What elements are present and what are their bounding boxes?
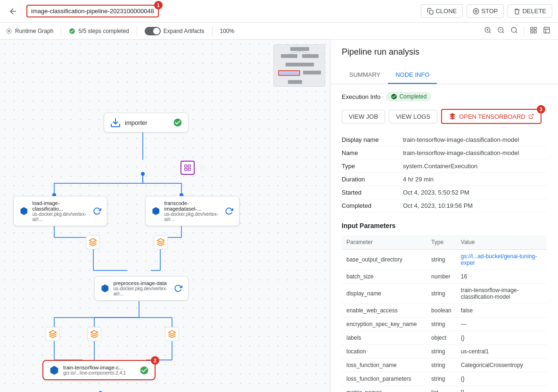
- param-value-cell: {}: [456, 331, 547, 345]
- param-value-cell: []: [456, 386, 547, 392]
- expand-artifacts-switch[interactable]: [145, 27, 161, 35]
- param-value-cell: CategoricalCrossentropy: [456, 359, 547, 372]
- param-value-cell[interactable]: gs://l...ad-bucket/genai-tuning-exper: [456, 250, 547, 270]
- svg-line-12: [516, 32, 517, 33]
- svg-marker-62: [90, 239, 97, 243]
- svg-rect-49: [302, 54, 319, 58]
- param-name-cell: display_name: [342, 284, 427, 304]
- clone-button[interactable]: CLONE: [421, 4, 463, 18]
- transform-icon-5[interactable]: [165, 327, 179, 341]
- type-value: system.ContainerExecution: [403, 163, 477, 170]
- load-image-node[interactable]: load-image-classificatio... us-docker.pk…: [13, 196, 107, 226]
- status-completed-badge: Completed: [386, 92, 431, 101]
- started-label: Started: [342, 189, 403, 196]
- tensorboard-label: OPEN TENSORBOARD: [459, 113, 525, 120]
- transform-icon-2-svg: [156, 238, 165, 246]
- delete-button[interactable]: DELETE: [508, 4, 552, 18]
- expand-artifacts-toggle[interactable]: Expand Artifacts: [145, 27, 205, 35]
- grid-connector-node[interactable]: [181, 161, 195, 175]
- svg-rect-0: [430, 10, 434, 14]
- importer-check-icon: [173, 118, 182, 127]
- tensorboard-icon: [449, 113, 456, 120]
- table-row: labelsobject{}: [342, 331, 547, 345]
- main-content: importer load-image-classificatio... us-…: [0, 40, 558, 392]
- zoom-reset-button[interactable]: [509, 25, 520, 36]
- svg-rect-58: [185, 165, 187, 167]
- param-type-cell: list: [427, 386, 456, 392]
- train-node[interactable]: train-tensorflow-image-c... gcr.io/...li…: [42, 360, 156, 380]
- tab-summary[interactable]: SUMMARY: [342, 66, 388, 84]
- param-name-cell: loss_function_parameters: [342, 372, 427, 386]
- table-row: loss_function_namestringCategoricalCross…: [342, 359, 547, 372]
- table-row: enable_web_accessbooleanfalse: [342, 304, 547, 318]
- display-name-value: train-tensorflow-image-classification-mo…: [403, 136, 519, 143]
- table-row: encryption_spec_key_namestring—: [342, 318, 547, 331]
- svg-line-9: [502, 32, 504, 33]
- tabs-container: SUMMARY NODE INFO: [330, 66, 558, 84]
- header: image-classification-pipeline-2023100000…: [0, 0, 558, 23]
- badge-1: 1: [154, 1, 163, 9]
- badge-2: 2: [151, 356, 159, 365]
- panel-content: Execution Info Completed VIEW JOB VIEW L…: [330, 84, 558, 392]
- param-type-cell: string: [427, 345, 456, 359]
- toolbar-divider-1: [61, 26, 61, 36]
- grid-view-icon: [530, 26, 537, 34]
- info-row-type: Type system.ContainerExecution: [342, 160, 547, 173]
- param-name-cell: metric_names: [342, 386, 427, 392]
- param-col-header: Parameter: [342, 235, 427, 250]
- transform-icon-2[interactable]: [154, 235, 168, 249]
- cube-icon-load: [19, 206, 29, 216]
- zoom-out-button[interactable]: [495, 25, 507, 36]
- transform-icon-4[interactable]: [87, 327, 101, 341]
- svg-rect-61: [185, 168, 187, 171]
- train-node-title: train-tensorflow-image-c...: [63, 365, 126, 370]
- transcode-node[interactable]: transcode-imagedataset-... us-docker.pkg…: [145, 196, 239, 226]
- back-button[interactable]: [6, 4, 21, 19]
- zoom-out-icon: [497, 26, 505, 34]
- cube-icon-preprocess: [100, 283, 110, 294]
- param-value-cell: false: [456, 304, 547, 318]
- svg-rect-52: [303, 71, 321, 74]
- transform-icon-1-svg: [89, 238, 97, 246]
- transform-icon-3[interactable]: [46, 327, 60, 341]
- toolbar: Runtime Graph 5/5 steps completed Expand…: [0, 23, 558, 40]
- header-actions: CLONE STOP DELETE: [421, 4, 552, 18]
- param-link[interactable]: gs://l...ad-bucket/genai-tuning-exper: [461, 253, 537, 266]
- badge-3: 3: [537, 105, 545, 114]
- download-icon: [110, 117, 121, 128]
- clone-icon: [427, 8, 434, 15]
- external-link-icon: [528, 114, 534, 119]
- svg-rect-17: [544, 27, 550, 33]
- svg-rect-47: [290, 47, 309, 51]
- svg-marker-63: [157, 239, 164, 243]
- table-row: base_output_directorystringgs://l...ad-b…: [342, 250, 547, 270]
- tab-node-info[interactable]: NODE INFO: [388, 66, 437, 84]
- svg-point-42: [141, 172, 145, 176]
- load-image-node-text: load-image-classificatio... us-docker.pk…: [33, 200, 90, 222]
- layout-button[interactable]: [541, 25, 552, 36]
- graph-panel[interactable]: importer load-image-classificatio... us-…: [0, 40, 330, 392]
- grid-view-button[interactable]: [528, 25, 539, 36]
- stop-icon: [473, 8, 479, 15]
- svg-line-68: [531, 114, 533, 117]
- minimap: [273, 44, 325, 87]
- param-name-cell: enable_web_access: [342, 304, 427, 318]
- transform-icon-1[interactable]: [86, 235, 100, 249]
- preprocess-node[interactable]: preprocess-image-data us-docker.pkg.dev/…: [94, 276, 189, 301]
- steps-completed: 5/5 steps completed: [69, 28, 129, 34]
- zoom-in-button[interactable]: [482, 25, 493, 36]
- input-params-title: Input Parameters: [342, 222, 547, 229]
- toggle-knob: [153, 28, 160, 34]
- info-table: Display name train-tensorflow-image-clas…: [342, 133, 547, 212]
- svg-marker-65: [91, 331, 98, 335]
- stop-button[interactable]: STOP: [467, 4, 504, 18]
- runtime-graph-toggle[interactable]: Runtime Graph: [6, 28, 53, 34]
- param-name-cell: labels: [342, 331, 427, 345]
- open-tensorboard-button[interactable]: OPEN TENSORBOARD 3: [441, 109, 542, 124]
- importer-node[interactable]: importer: [104, 113, 189, 132]
- pipeline-title: image-classification-pipeline-2023100000…: [31, 8, 154, 15]
- transcode-node-text: transcode-imagedataset-... us-docker.pkg…: [164, 200, 222, 222]
- param-type-cell: string: [427, 250, 456, 270]
- view-job-button[interactable]: VIEW JOB: [342, 110, 385, 123]
- view-logs-button[interactable]: VIEW LOGS: [389, 110, 437, 123]
